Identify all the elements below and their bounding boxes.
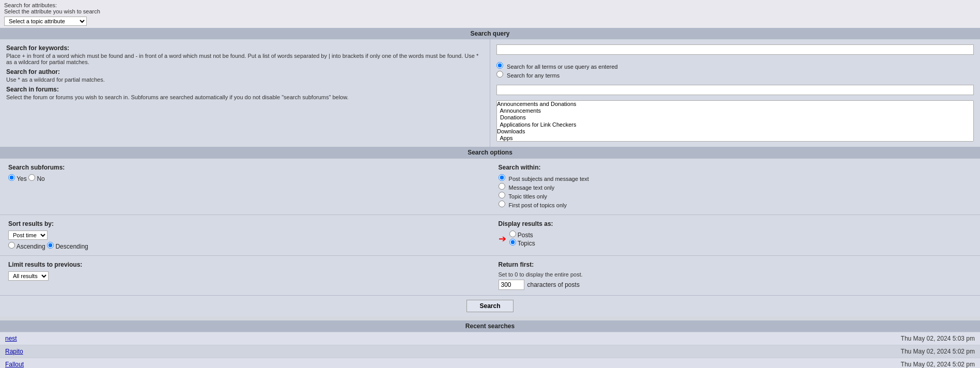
recent-search-term[interactable]: Rapito <box>0 345 294 358</box>
ascending-radio[interactable] <box>8 242 15 249</box>
ascending-label[interactable]: Ascending <box>8 243 47 250</box>
recent-searches-table: nestThu May 02, 2024 5:03 pmRapitoThu Ma… <box>0 332 980 368</box>
search-type-radios: Search for all terms or use query as ent… <box>496 62 974 79</box>
display-results-cell: Display results as: ➔ Posts Topics <box>490 214 981 255</box>
radio-all-terms-label[interactable]: Search for all terms or use query as ent… <box>496 62 974 70</box>
top-attr-section: Search for attributes: Select the attrib… <box>0 0 980 28</box>
subforums-label: Search subforums: <box>8 164 482 171</box>
sq-left: Search for keywords: Place + in front of… <box>0 39 490 147</box>
within-post-subjects-radio[interactable] <box>499 174 505 181</box>
search-query-area: Search for keywords: Place + in front of… <box>0 39 980 147</box>
subforums-no-label[interactable]: No <box>28 175 45 182</box>
display-topics-label[interactable]: Topics <box>509 240 535 247</box>
subforums-yes-radio[interactable] <box>8 174 15 181</box>
subforums-cell: Search subforums: Yes No <box>0 158 490 214</box>
return-first-suffix: characters of posts <box>527 281 580 288</box>
keywords-desc: Place + in front of a word which must be… <box>6 53 484 65</box>
within-message-text-label[interactable]: Message text only <box>499 183 972 191</box>
author-input[interactable] <box>496 85 974 95</box>
sq-right: Search for all terms or use query as ent… <box>490 39 980 147</box>
search-within-cell: Search within: Post subjects and message… <box>490 158 981 214</box>
search-button[interactable]: Search <box>466 300 513 312</box>
return-first-label: Return first: <box>499 261 972 268</box>
sort-row: Post time Author Subject Topic title <box>8 231 482 240</box>
descending-radio[interactable] <box>47 242 54 249</box>
return-first-input[interactable] <box>499 280 524 290</box>
recent-search-date: Thu May 02, 2024 5:02 pm <box>294 358 980 369</box>
within-message-text-radio[interactable] <box>499 183 505 190</box>
recent-search-term[interactable]: nest <box>0 332 294 345</box>
limit-results-label: Limit results to previous: <box>8 261 482 268</box>
search-within-options: Post subjects and message text Message t… <box>499 174 972 208</box>
display-posts-label[interactable]: Posts <box>509 232 533 239</box>
arrow-indicator: ➔ <box>499 233 506 244</box>
sort-order-group: Ascending Descending <box>8 242 482 250</box>
author-desc: Use * as a wildcard for partial matches. <box>6 76 484 83</box>
return-first-cell: Return first: Set to 0 to display the en… <box>490 255 981 295</box>
radio-all-terms[interactable] <box>496 62 503 69</box>
radio-any-terms-label[interactable]: Search for any terms <box>496 71 974 79</box>
radio-any-terms[interactable] <box>496 71 503 78</box>
within-first-post-radio[interactable] <box>499 201 505 207</box>
author-label: Search for author: <box>6 68 484 75</box>
limit-results-cell: Limit results to previous: All results 1… <box>0 255 490 295</box>
sort-results-dropdown[interactable]: Post time Author Subject Topic title <box>8 231 48 240</box>
within-topic-titles-label[interactable]: Topic titles only <box>499 192 972 200</box>
search-btn-area: Search <box>0 295 980 316</box>
recent-searches-header: Recent searches <box>0 320 980 332</box>
forums-label: Search in forums: <box>6 86 484 93</box>
subforums-no-radio[interactable] <box>28 174 35 181</box>
within-topic-titles-radio[interactable] <box>499 192 505 198</box>
display-results-area: ➔ Posts Topics <box>499 231 972 247</box>
list-item: RapitoThu May 02, 2024 5:02 pm <box>0 345 980 358</box>
topic-attribute-dropdown[interactable]: Select a topic attribute <box>4 17 87 26</box>
search-attr-label: Search for attributes: <box>4 2 976 8</box>
search-options-area: Search subforums: Yes No Search within: … <box>0 158 980 295</box>
select-attr-desc: Select the attribute you wish to search <box>4 8 976 14</box>
within-post-subjects-label[interactable]: Post subjects and message text <box>499 174 972 182</box>
sort-results-cell: Sort results by: Post time Author Subjec… <box>0 214 490 255</box>
recent-search-date: Thu May 02, 2024 5:03 pm <box>294 332 980 345</box>
descending-label[interactable]: Descending <box>47 243 88 250</box>
recent-search-date: Thu May 02, 2024 5:02 pm <box>294 345 980 358</box>
search-options-header: Search options <box>0 147 980 158</box>
search-query-header: Search query <box>0 28 980 39</box>
within-first-post-label[interactable]: First post of topics only <box>499 201 972 208</box>
display-topics-radio[interactable] <box>509 239 516 246</box>
recent-search-term[interactable]: Fallout <box>0 358 294 369</box>
display-results-label: Display results as: <box>499 220 972 227</box>
keywords-input[interactable] <box>496 44 974 55</box>
sort-results-label: Sort results by: <box>8 220 482 227</box>
search-within-label: Search within: <box>499 164 972 171</box>
display-results-options: Posts Topics <box>509 231 535 247</box>
subforums-yes-label[interactable]: Yes <box>8 175 28 182</box>
list-item: FalloutThu May 02, 2024 5:02 pm <box>0 358 980 369</box>
limit-results-dropdown[interactable]: All results 1 day 7 days 2 weeks 1 month… <box>8 271 49 281</box>
keywords-label: Search for keywords: <box>6 44 484 52</box>
return-first-input-row: characters of posts <box>499 280 972 290</box>
forums-select[interactable]: Announcements and Donations Announcement… <box>496 100 974 142</box>
return-first-desc: Set to 0 to display the entire post. <box>499 271 972 278</box>
display-posts-radio[interactable] <box>509 231 516 237</box>
forums-desc: Select the forum or forums you wish to s… <box>6 94 484 100</box>
list-item: nestThu May 02, 2024 5:03 pm <box>0 332 980 345</box>
